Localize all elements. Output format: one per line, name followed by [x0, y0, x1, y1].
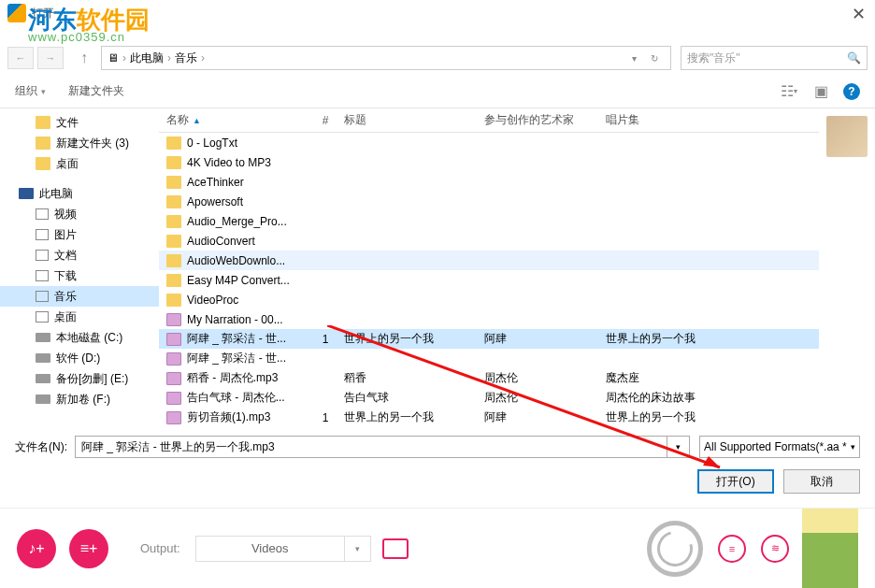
app-footer: ♪+ ≡+ Output: Videos ▾ ≡ ≋ [0, 508, 875, 588]
file-row[interactable]: 剪切音频(1).mp31世界上的另一个我阿肆世界上的另一个我 [159, 408, 819, 426]
sidebar-item[interactable]: 下载 [0, 265, 159, 286]
breadcrumb-pc[interactable]: 此电脑 [130, 50, 164, 66]
breadcrumb-dropdown-icon[interactable]: ▾ [624, 47, 644, 69]
sidebar-item-label: 文档 [54, 248, 77, 264]
output-folder-icon[interactable] [382, 538, 409, 559]
drive-icon [36, 353, 50, 363]
col-title[interactable]: 标题 [344, 112, 484, 128]
col-artist[interactable]: 参与创作的艺术家 [484, 112, 606, 128]
refresh-icon[interactable]: ↻ [644, 47, 665, 69]
output-select[interactable]: Videos [195, 536, 345, 562]
file-title: 告白气球 [344, 390, 484, 406]
filename-dropdown-icon[interactable]: ▾ [667, 436, 690, 458]
sidebar-item[interactable]: 新加卷 (F:) [0, 389, 159, 409]
sidebar-item-label: 图片 [54, 227, 77, 243]
file-row[interactable]: 阿肆 _ 郭采洁 - 世... [159, 349, 819, 368]
breadcrumb[interactable]: 🖥 › 此电脑 › 音乐 › ▾ ↻ [101, 46, 671, 70]
filename-label: 文件名(N): [15, 439, 67, 455]
file-row[interactable]: AudioConvert [159, 231, 819, 251]
sidebar-item-label: 桌面 [54, 309, 77, 325]
file-row[interactable]: My Narration - 00... [159, 309, 819, 329]
col-album[interactable]: 唱片集 [606, 112, 819, 128]
col-name[interactable]: 名称▲ [166, 112, 307, 128]
col-num[interactable]: # [307, 114, 344, 127]
folder-icon [36, 157, 50, 170]
sidebar-item[interactable]: 文件 [0, 112, 159, 133]
file-row[interactable]: AudioWebDownlo... [159, 251, 819, 270]
file-row[interactable]: 稻香 - 周杰伦.mp3稻香周杰伦魔杰座 [159, 368, 819, 388]
sidebar-item-label: 下载 [54, 268, 77, 284]
file-name: 阿肆 _ 郭采洁 - 世... [187, 351, 286, 366]
media-icon [36, 311, 49, 323]
file-row[interactable]: VideoProc [159, 290, 819, 309]
app-logo-icon [7, 4, 26, 22]
open-button[interactable]: 打开(O) [697, 469, 774, 494]
folder-icon [36, 116, 50, 129]
sidebar-item[interactable]: 视频 [0, 204, 159, 224]
nav-forward-button[interactable]: → [37, 47, 64, 69]
convert-button[interactable] [647, 521, 703, 577]
file-artist: 阿肆 [484, 331, 606, 347]
output-label: Output: [140, 541, 180, 555]
file-row[interactable]: 告白气球 - 周杰伦...告白气球周杰伦周杰伦的床边故事 [159, 388, 819, 408]
file-name: VideoProc [187, 294, 238, 307]
search-icon[interactable]: 🔍 [847, 51, 861, 65]
watermark-url: www.pc0359.cn [28, 30, 125, 44]
file-name: 稻香 - 周杰伦.mp3 [187, 370, 278, 386]
sidebar-item-label: 本地磁盘 (C:) [56, 330, 122, 346]
sidebar-item[interactable]: 新建文件夹 (3) [0, 133, 159, 153]
file-row[interactable]: AceThinker [159, 172, 819, 192]
file-row[interactable]: 阿肆 _ 郭采洁 - 世...1世界上的另一个我阿肆世界上的另一个我 [159, 329, 819, 349]
sidebar-item[interactable]: 本地磁盘 (C:) [0, 327, 159, 348]
help-icon[interactable]: ? [843, 83, 860, 100]
output-dropdown-icon[interactable]: ▾ [345, 536, 371, 562]
organize-button[interactable]: 组织▾ [15, 83, 46, 99]
file-name: 剪切音频(1).mp3 [187, 409, 270, 425]
sidebar-item[interactable]: 此电脑 [0, 183, 159, 204]
nav-up-button[interactable]: ↑ [73, 47, 95, 69]
view-mode-icon[interactable]: ☷ ▾ [780, 83, 798, 100]
sidebar-item[interactable]: 软件 (D:) [0, 348, 159, 368]
sidebar-item[interactable]: 桌面 [0, 307, 159, 327]
filename-input[interactable] [75, 436, 667, 458]
sidebar-item-label: 软件 (D:) [56, 351, 100, 366]
file-row[interactable]: 4K Video to MP3 [159, 152, 819, 172]
sidebar-item[interactable]: 图片 [0, 224, 159, 245]
add-music-button[interactable]: ♪+ [17, 529, 56, 568]
sidebar-item-label: 桌面 [56, 156, 79, 172]
file-row[interactable]: Apowersoft [159, 192, 819, 211]
preview-pane-icon[interactable]: ▣ [811, 83, 830, 100]
sidebar-item[interactable]: 桌面 [0, 153, 159, 174]
folder-icon [166, 215, 181, 228]
cancel-button[interactable]: 取消 [783, 469, 860, 494]
pc-icon: 🖥 [108, 51, 119, 65]
file-row[interactable]: Easy M4P Convert... [159, 270, 819, 290]
sidebar-item[interactable]: 备份[勿删] (E:) [0, 368, 159, 389]
sidebar-item[interactable]: 音乐 [0, 286, 159, 307]
decorative-image [802, 509, 858, 589]
list-header: 名称▲ # 标题 参与创作的艺术家 唱片集 [159, 108, 819, 133]
audio-icon [166, 372, 181, 385]
file-row[interactable]: Audio_Merge_Pro... [159, 211, 819, 231]
file-album: 世界上的另一个我 [606, 409, 819, 425]
audio-icon [166, 392, 181, 405]
sidebar-item-label: 音乐 [54, 289, 77, 305]
file-num: 1 [307, 411, 344, 424]
close-icon[interactable]: ✕ [852, 4, 866, 24]
search-input[interactable]: 搜索"音乐" 🔍 [681, 46, 868, 70]
file-artist: 阿肆 [484, 409, 606, 425]
sidebar: 文件新建文件夹 (3)桌面此电脑视频图片文档下载音乐桌面本地磁盘 (C:)软件 … [0, 108, 159, 426]
file-title: 稻香 [344, 370, 484, 386]
breadcrumb-folder[interactable]: 音乐 [175, 50, 197, 66]
media-icon [36, 229, 49, 240]
file-name: Apowersoft [187, 195, 243, 208]
new-folder-button[interactable]: 新建文件夹 [68, 83, 124, 99]
format-select[interactable]: All Supported Formats(*.aa *▾ [699, 436, 860, 458]
file-row[interactable]: 0 - LogTxt [159, 133, 819, 152]
sidebar-item[interactable]: 文档 [0, 245, 159, 265]
action-ring-1[interactable]: ≡ [718, 535, 746, 563]
add-list-button[interactable]: ≡+ [69, 529, 108, 568]
pc-icon [19, 188, 34, 199]
action-ring-2[interactable]: ≋ [761, 535, 789, 563]
nav-back-button[interactable]: ← [7, 47, 34, 69]
